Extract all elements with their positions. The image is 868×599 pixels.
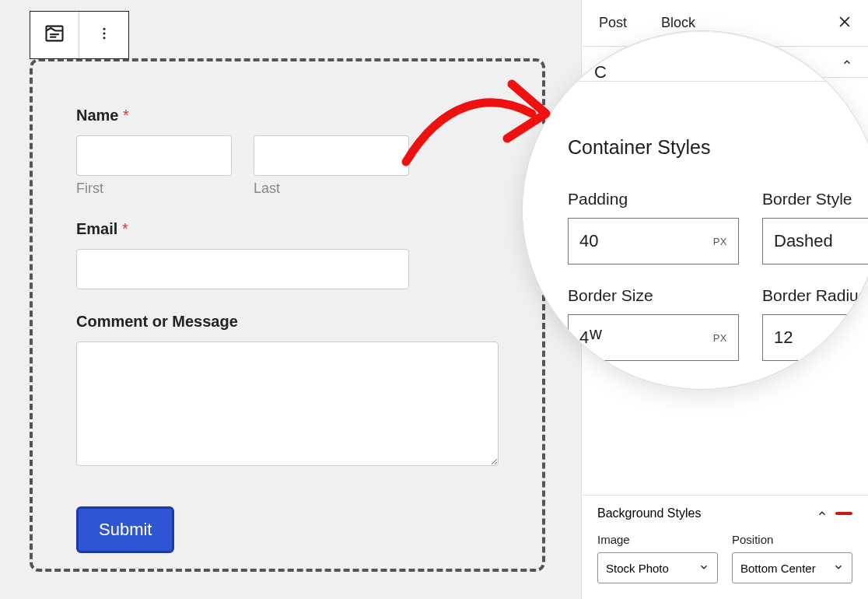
form-block-icon-button[interactable]	[30, 12, 79, 58]
email-input[interactable]	[76, 249, 409, 289]
required-mark: *	[122, 220, 128, 237]
image-label: Image	[597, 533, 718, 546]
last-sublabel: Last	[254, 180, 409, 197]
position-select-value: Bottom Center	[740, 562, 816, 575]
last-name-input[interactable]	[254, 135, 409, 176]
px-unit: PX	[713, 332, 727, 344]
position-select[interactable]: Bottom Center	[732, 552, 852, 583]
more-vertical-icon	[96, 26, 112, 44]
svg-point-3	[103, 28, 105, 30]
name-label: Name *	[76, 107, 499, 124]
image-select-value: Stock Photo	[606, 562, 669, 575]
chevron-up-icon	[842, 57, 852, 68]
block-toolbar	[30, 11, 129, 59]
chevron-down-icon	[698, 562, 709, 575]
position-label: Position	[732, 533, 852, 546]
editor-canvas: Name * First Last Email * Co	[0, 0, 581, 599]
svg-point-5	[103, 37, 105, 39]
message-label: Comment or Message	[76, 313, 499, 331]
form-icon	[44, 23, 65, 47]
email-label: Email *	[76, 220, 499, 238]
padding-input[interactable]: PX	[568, 218, 739, 264]
name-field-row: Name * First Last	[76, 107, 499, 197]
px-unit: PX	[713, 236, 727, 247]
first-name-input[interactable]	[76, 135, 232, 176]
border-style-select[interactable]: Dashed	[762, 218, 868, 264]
close-icon	[837, 12, 852, 33]
close-sidebar-button[interactable]	[837, 12, 852, 34]
background-panel-header[interactable]: Background Styles	[597, 506, 852, 520]
image-select[interactable]: Stock Photo	[597, 552, 718, 583]
submit-button[interactable]: Submit	[76, 506, 174, 553]
panel-peek-letter: C	[594, 62, 607, 82]
chevron-up-icon	[817, 508, 828, 519]
email-field-row: Email *	[76, 220, 499, 289]
tab-post[interactable]: Post	[599, 1, 627, 45]
padding-label: Padding	[568, 190, 739, 208]
magnifier-callout: C Container Styles Padding PX Border Sty…	[523, 31, 868, 389]
form-container[interactable]: Name * First Last Email * Co	[30, 58, 545, 572]
message-field-row: Comment or Message	[76, 313, 499, 469]
required-mark: *	[123, 107, 129, 124]
first-sublabel: First	[76, 180, 232, 197]
border-size-label: Border Size	[568, 286, 739, 305]
border-style-label: Border Style	[762, 190, 868, 208]
padding-input-value[interactable]	[579, 231, 713, 251]
container-styles-title: Container Styles	[568, 136, 857, 159]
message-textarea[interactable]	[76, 342, 499, 466]
peek-text: w	[590, 324, 602, 344]
border-radius-label: Border Radius	[762, 286, 868, 305]
svg-point-4	[103, 33, 105, 35]
chevron-down-icon	[833, 562, 844, 575]
border-style-value: Dashed	[774, 231, 833, 251]
remove-icon[interactable]	[835, 512, 852, 515]
more-options-button[interactable]	[79, 12, 128, 58]
background-styles-panel: Background Styles Image Stock Photo Po	[582, 495, 868, 599]
background-panel-title: Background Styles	[597, 506, 701, 520]
